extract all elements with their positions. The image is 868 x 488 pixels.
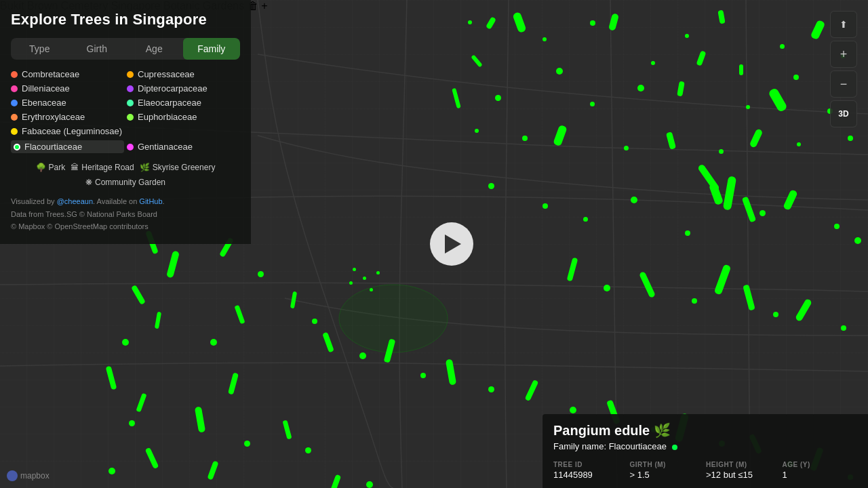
map-controls: ⬆ + − 3D bbox=[830, 11, 857, 127]
tab-girth[interactable]: Girth bbox=[68, 38, 126, 60]
tree-stats: TREE ID 11445989 GIRTH (M) > 1.5 HEIGHT … bbox=[553, 458, 857, 483]
stat-girth-label: GIRTH (M) bbox=[630, 461, 705, 468]
data-prefix: Data from bbox=[11, 210, 45, 218]
family-label-ebenaceae: Ebenaceae bbox=[22, 98, 66, 108]
github-link[interactable]: GitHub bbox=[139, 197, 162, 205]
family-dot-elaeocarpaceae bbox=[127, 100, 134, 106]
mapbox-logo: mapbox bbox=[7, 470, 50, 481]
skyrise-label: Skyrise Greenery bbox=[153, 163, 216, 172]
stat-height-label: HEIGHT (M) bbox=[706, 461, 781, 468]
family-item-fabaceae[interactable]: Fabaceae (Leguminosae) bbox=[11, 126, 240, 136]
tab-family[interactable]: Family bbox=[183, 38, 241, 60]
stat-girth: GIRTH (M) > 1.5 bbox=[630, 458, 705, 483]
tab-bar: Type Girth Age Family bbox=[11, 38, 240, 60]
legend-icons: 🌳 Park 🏛 Heritage Road 🌿 Skyrise Greener… bbox=[11, 163, 240, 187]
family-item-dilleniaceae[interactable]: Dilleniaceae bbox=[11, 83, 124, 94]
family-label-euphorbiaceae: Euphorbiaceae bbox=[138, 112, 197, 122]
legend-skyrise: 🌿 Skyrise Greenery bbox=[140, 163, 216, 172]
zoom-in-icon: + bbox=[840, 47, 848, 62]
family-dot-dilleniaceae bbox=[11, 85, 18, 92]
family-item-dipterocarpaceae[interactable]: Dipterocarpaceae bbox=[127, 83, 240, 94]
family-item-euphorbiaceae[interactable]: Euphorbiaceae bbox=[127, 112, 240, 122]
family-item-elaeocarpaceae[interactable]: Elaeocarpaceae bbox=[127, 98, 240, 108]
family-item-cupressaceae[interactable]: Cupressaceae bbox=[127, 69, 240, 79]
compass-button[interactable]: ⬆ bbox=[830, 11, 857, 38]
stat-height-value: >12 but ≤15 bbox=[706, 470, 781, 480]
community-label: Community Garden bbox=[95, 178, 165, 187]
sidebar-panel: Explore Trees in Singapore Type Girth Ag… bbox=[0, 0, 251, 244]
tree-family: Family name: Flacourtiaceae bbox=[553, 441, 857, 451]
app-title: Explore Trees in Singapore bbox=[11, 11, 240, 28]
family-label-prefix: Family name: bbox=[553, 441, 609, 451]
separator-text: . Available on bbox=[93, 197, 139, 205]
family-label-gentianaceae: Gentianaceae bbox=[138, 142, 193, 152]
family-dot-ebenaceae bbox=[11, 100, 18, 106]
family-label-dilleniaceae: Dilleniaceae bbox=[22, 83, 70, 94]
tab-type[interactable]: Type bbox=[11, 38, 68, 60]
stat-tree-id-value: 11445989 bbox=[553, 470, 629, 480]
family-label-cupressaceae: Cupressaceae bbox=[138, 69, 195, 79]
park-icon: 🌳 bbox=[36, 163, 46, 172]
stat-age: AGE (Y) 1 bbox=[783, 458, 858, 483]
tab-age[interactable]: Age bbox=[125, 38, 183, 60]
mapbox-text: mapbox bbox=[20, 471, 50, 481]
data-source: Trees.SG © National Parks Board bbox=[45, 210, 157, 218]
attribution-line2: Data from Trees.SG © National Parks Boar… bbox=[11, 208, 240, 221]
family-dot-erythroxylaceae bbox=[11, 114, 18, 121]
tree-name: Pangium edule 🌿 bbox=[553, 422, 857, 439]
threed-label: 3D bbox=[838, 109, 848, 119]
family-dot-gentianaceae bbox=[127, 144, 134, 150]
attribution-line1: Visualized by @cheeaun. Available on Git… bbox=[11, 195, 240, 208]
heritage-label: Heritage Road bbox=[81, 163, 134, 172]
play-button[interactable] bbox=[430, 222, 473, 266]
tree-family-value: Flacourtiaceae bbox=[609, 441, 667, 451]
stat-tree-id: TREE ID 11445989 bbox=[553, 458, 629, 483]
author-link[interactable]: @cheeaun bbox=[57, 197, 93, 205]
family-label-dipterocarpaceae: Dipterocarpaceae bbox=[138, 83, 208, 94]
family-dot-euphorbiaceae bbox=[127, 114, 134, 121]
play-icon bbox=[445, 235, 461, 253]
attribution: Visualized by @cheeaun. Available on Git… bbox=[11, 195, 240, 233]
legend-park: 🌳 Park bbox=[36, 163, 66, 172]
family-dot-combretaceae bbox=[11, 71, 18, 78]
mapbox-icon bbox=[7, 470, 18, 481]
stat-height: HEIGHT (M) >12 but ≤15 bbox=[706, 458, 781, 483]
stat-girth-value: > 1.5 bbox=[630, 470, 705, 480]
zoom-out-icon: − bbox=[840, 77, 848, 92]
legend-heritage: 🏛 Heritage Road bbox=[71, 163, 134, 172]
zoom-out-button[interactable]: − bbox=[830, 70, 857, 98]
stat-age-label: AGE (Y) bbox=[783, 461, 858, 468]
family-label-fabaceae: Fabaceae (Leguminosae) bbox=[22, 126, 122, 136]
stat-tree-id-label: TREE ID bbox=[553, 461, 629, 468]
family-item-gentianaceae[interactable]: Gentianaceae bbox=[127, 140, 240, 153]
family-label-elaeocarpaceae: Elaeocarpaceae bbox=[138, 98, 201, 108]
zoom-in-button[interactable]: + bbox=[830, 41, 857, 68]
family-item-ebenaceae[interactable]: Ebenaceae bbox=[11, 98, 124, 108]
family-dot-flacourtiaceae bbox=[14, 144, 20, 150]
skyrise-icon: 🌿 bbox=[140, 163, 150, 172]
community-icon: ❋ bbox=[85, 178, 92, 187]
family-legend-list: Combretaceae Cupressaceae Dilleniaceae D… bbox=[11, 69, 240, 153]
family-value-dot bbox=[672, 445, 677, 450]
family-dot-cupressaceae bbox=[127, 71, 134, 78]
family-label-flacourtiaceae: Flacourtiaceae bbox=[24, 142, 82, 152]
family-dot-fabaceae bbox=[11, 128, 18, 135]
threed-button[interactable]: 3D bbox=[830, 100, 857, 127]
family-item-erythroxylaceae[interactable]: Erythroxylaceae bbox=[11, 112, 124, 122]
stat-age-value: 1 bbox=[783, 470, 858, 480]
family-label-combretaceae: Combretaceae bbox=[22, 69, 79, 79]
park-label: Park bbox=[49, 163, 66, 172]
attribution-line3: © Mapbox © OpenStreetMap contributors bbox=[11, 220, 240, 233]
compass-icon: ⬆ bbox=[840, 19, 848, 30]
family-dot-dipterocarpaceae bbox=[127, 85, 134, 92]
heritage-icon: 🏛 bbox=[71, 163, 79, 172]
tree-info-panel: Pangium edule 🌿 Family name: Flacourtiac… bbox=[542, 414, 868, 488]
legend-community: ❋ Community Garden bbox=[85, 178, 165, 187]
family-label-erythroxylaceae: Erythroxylaceae bbox=[22, 112, 85, 122]
family-item-combretaceae[interactable]: Combretaceae bbox=[11, 69, 124, 79]
family-item-flacourtiaceae[interactable]: Flacourtiaceae bbox=[11, 140, 124, 153]
visualized-by-text: Visualized by bbox=[11, 197, 57, 205]
